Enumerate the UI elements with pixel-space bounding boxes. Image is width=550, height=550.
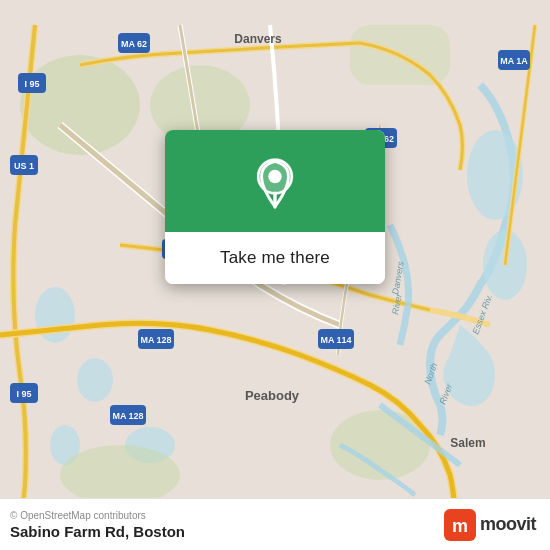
copyright-text: © OpenStreetMap contributors (10, 510, 185, 521)
svg-text:Danvers: Danvers (234, 32, 282, 46)
take-me-there-button[interactable]: Take me there (165, 232, 385, 284)
popup-green-area (165, 130, 385, 232)
svg-point-10 (60, 445, 180, 505)
popup-button-area: Take me there (165, 232, 385, 284)
svg-text:m: m (452, 516, 468, 536)
svg-point-42 (268, 170, 281, 183)
city-name-text: Boston (133, 523, 185, 540)
svg-point-4 (77, 358, 113, 402)
location-pin-icon (249, 158, 301, 210)
popup-card: Take me there (165, 130, 385, 284)
svg-text:I 95: I 95 (24, 79, 39, 89)
svg-text:Peabody: Peabody (245, 388, 300, 403)
bottom-bar: © OpenStreetMap contributors Sabino Farm… (0, 498, 550, 550)
bottom-bar-left: © OpenStreetMap contributors Sabino Farm… (10, 510, 185, 540)
moovit-icon: m (444, 509, 476, 541)
location-name-text: Sabino Farm Rd (10, 523, 125, 540)
location-label: Sabino Farm Rd, Boston (10, 523, 185, 540)
svg-text:Salem: Salem (450, 436, 485, 450)
svg-text:MA 128: MA 128 (140, 335, 171, 345)
map-container: I 95 US 1 MA 62 MA 62 MA 1A MA 114 MA 12… (0, 0, 550, 550)
moovit-brand-text: moovit (480, 514, 536, 535)
svg-text:I 95: I 95 (16, 389, 31, 399)
svg-text:MA 1A: MA 1A (500, 56, 528, 66)
svg-text:US 1: US 1 (14, 161, 34, 171)
svg-text:MA 128: MA 128 (112, 411, 143, 421)
moovit-logo: m moovit (444, 509, 536, 541)
svg-text:MA 62: MA 62 (121, 39, 147, 49)
svg-text:MA 114: MA 114 (320, 335, 351, 345)
